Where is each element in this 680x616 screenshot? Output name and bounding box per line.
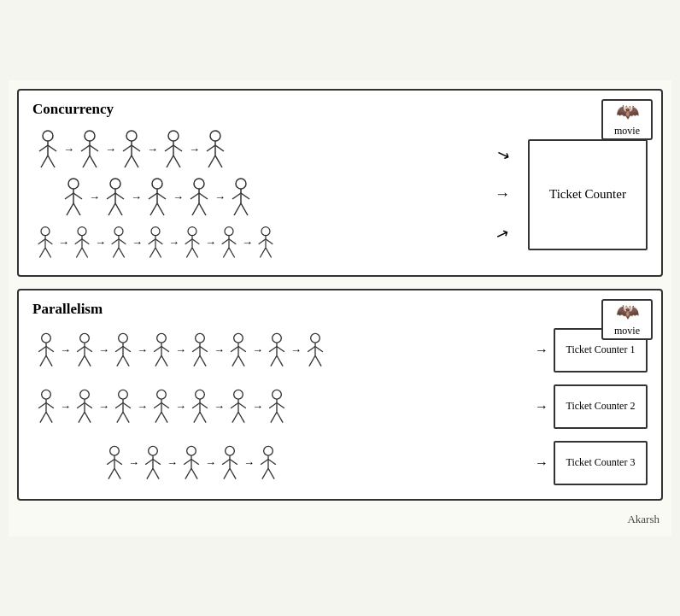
svg-line-92 (222, 238, 229, 243)
parallelism-queue-1: → → → → → → → (32, 332, 530, 368)
svg-line-158 (77, 402, 85, 408)
svg-line-160 (79, 412, 85, 422)
svg-line-136 (232, 355, 238, 366)
svg-line-143 (277, 355, 283, 366)
svg-line-190 (271, 412, 277, 422)
svg-line-176 (192, 402, 200, 408)
svg-line-128 (192, 346, 200, 351)
parallelism-row-1: → → → → → → → → Ticket Coun (32, 328, 648, 373)
svg-line-119 (123, 355, 129, 366)
parallelism-row-2: → → → → → → → Ticket Counter 2 (32, 384, 648, 429)
svg-line-137 (238, 355, 244, 366)
svg-line-70 (76, 247, 82, 257)
svg-line-135 (238, 346, 246, 351)
svg-line-53 (199, 203, 206, 215)
svg-line-40 (108, 203, 115, 215)
svg-line-184 (232, 412, 238, 422)
svg-line-69 (82, 238, 89, 243)
svg-point-180 (234, 390, 243, 399)
svg-point-54 (236, 179, 246, 189)
svg-line-165 (123, 402, 131, 408)
svg-line-147 (315, 346, 323, 351)
bat-icon-concurrency: 🦇 (616, 101, 639, 123)
concurrency-queue-3: → → → → → → (32, 226, 485, 260)
svg-line-189 (277, 402, 284, 408)
svg-line-167 (123, 412, 129, 422)
svg-line-178 (194, 412, 200, 422)
svg-line-122 (154, 346, 161, 351)
svg-line-10 (83, 155, 90, 167)
concurrency-diagram: Concurrency 🦇 movie → → → → (17, 89, 663, 277)
arrow: → (242, 236, 253, 249)
svg-line-35 (73, 203, 80, 215)
movie-badge-concurrency: 🦇 movie (601, 99, 653, 140)
svg-point-168 (157, 390, 167, 399)
svg-line-130 (194, 355, 200, 366)
svg-line-112 (79, 355, 85, 366)
svg-line-81 (155, 238, 162, 243)
svg-line-164 (115, 402, 123, 408)
arrow: → (105, 143, 116, 156)
svg-line-219 (268, 459, 276, 464)
svg-point-108 (80, 333, 90, 343)
svg-line-64 (39, 247, 45, 257)
svg-line-124 (155, 355, 161, 366)
svg-line-74 (112, 238, 119, 243)
parallelism-queue-3: → → → → (101, 445, 530, 481)
svg-line-117 (123, 346, 131, 351)
svg-line-213 (230, 459, 237, 464)
svg-line-47 (157, 203, 164, 215)
svg-line-203 (153, 468, 159, 478)
svg-line-44 (149, 193, 157, 199)
svg-line-134 (231, 346, 238, 351)
svg-line-166 (117, 412, 123, 422)
svg-line-5 (48, 155, 55, 167)
svg-point-162 (119, 390, 128, 399)
svg-line-88 (186, 247, 192, 257)
parallelism-queue-2: → → → → → → (32, 389, 530, 425)
svg-line-14 (123, 145, 132, 151)
svg-line-87 (192, 238, 199, 243)
svg-point-36 (110, 179, 120, 189)
svg-line-80 (149, 238, 155, 243)
svg-line-21 (173, 145, 182, 151)
svg-line-207 (191, 459, 199, 464)
svg-line-131 (200, 355, 206, 366)
svg-line-104 (38, 346, 46, 351)
svg-line-123 (161, 346, 169, 351)
svg-line-22 (167, 155, 173, 167)
page: Concurrency 🦇 movie → → → → (9, 80, 671, 537)
svg-point-6 (85, 131, 95, 141)
svg-point-96 (261, 226, 270, 235)
svg-line-101 (266, 247, 272, 257)
svg-line-154 (40, 412, 46, 422)
arrow: → (205, 236, 216, 249)
svg-line-106 (40, 355, 46, 366)
svg-line-32 (65, 193, 73, 199)
svg-line-212 (222, 459, 230, 464)
svg-line-215 (230, 468, 236, 478)
svg-line-95 (229, 247, 235, 257)
svg-line-183 (238, 402, 246, 408)
concurrency-title: Concurrency (32, 101, 648, 118)
svg-point-156 (80, 390, 90, 399)
svg-line-46 (150, 203, 157, 215)
svg-line-149 (315, 355, 321, 366)
svg-line-206 (184, 459, 191, 464)
svg-line-52 (192, 203, 199, 215)
svg-line-188 (269, 402, 277, 408)
svg-point-216 (264, 446, 273, 455)
svg-line-58 (234, 203, 241, 215)
svg-point-198 (149, 446, 158, 455)
svg-line-16 (125, 155, 132, 167)
bat-icon-parallelism: 🦇 (616, 301, 639, 323)
arrow: → (173, 191, 184, 204)
svg-line-4 (41, 155, 48, 167)
svg-line-195 (114, 459, 122, 464)
svg-point-132 (234, 333, 243, 343)
svg-point-90 (225, 226, 233, 235)
svg-line-177 (200, 402, 208, 408)
svg-line-107 (46, 355, 52, 366)
svg-line-23 (173, 155, 180, 167)
svg-line-28 (208, 155, 215, 167)
